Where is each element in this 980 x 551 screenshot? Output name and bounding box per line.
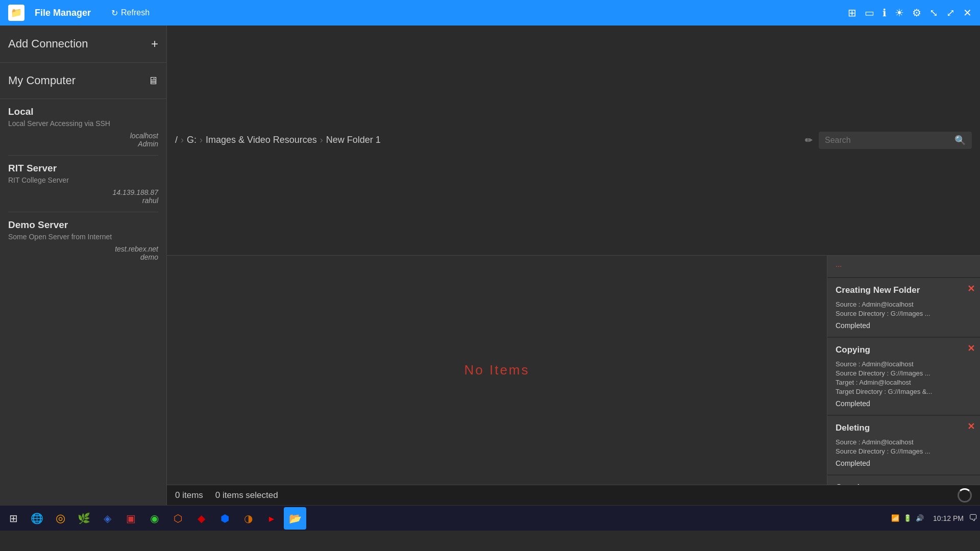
- connection-user: Admin: [8, 140, 158, 148]
- taskbar-system: 📶 🔋 🔊: [887, 514, 928, 522]
- refresh-label: Refresh: [121, 8, 150, 17]
- task-row-1: Source Directory : G://Images ...: [836, 369, 972, 377]
- task-row-0: Source : Admin@localhost: [836, 300, 972, 308]
- breadcrumb-images-label: Images & Video Resources: [206, 135, 317, 145]
- task-row-1: Source Directory : G://Images ...: [836, 447, 972, 455]
- breadcrumb-sep-3: ›: [320, 135, 323, 145]
- selected-count-value: 0: [215, 490, 220, 500]
- loading-spinner: [958, 488, 972, 503]
- task-row-1: Source Directory : G://Images ...: [836, 310, 972, 317]
- taskbar-app-5[interactable]: ▣: [119, 507, 142, 530]
- start-button[interactable]: ⊞: [2, 507, 24, 530]
- close-icon[interactable]: ✕: [963, 7, 972, 19]
- taskbar-app-6[interactable]: ◉: [143, 507, 165, 530]
- refresh-button[interactable]: ↻ Refresh: [111, 8, 150, 18]
- task-row-3: Target Directory : G://Images &...: [836, 388, 972, 395]
- close-task-button[interactable]: ✕: [967, 343, 975, 354]
- window-icon[interactable]: ▭: [865, 7, 874, 19]
- connection-host: 14.139.188.87: [8, 188, 158, 196]
- items-selected: 0 items selected: [215, 490, 278, 500]
- taskbar-app-2[interactable]: ◎: [49, 507, 71, 530]
- connection-local[interactable]: Local Local Server Accessing via SSH loc…: [8, 99, 158, 156]
- connection-demo[interactable]: Demo Server Some Open Server from Intern…: [8, 212, 158, 268]
- info-icon[interactable]: ℹ: [883, 7, 887, 19]
- no-items-label: No Items: [464, 362, 529, 378]
- my-computer-button[interactable]: My Computer 🖥: [8, 70, 158, 91]
- taskbar-clock: 10:12 PM: [929, 514, 968, 522]
- taskbar-app-1[interactable]: 🌐: [26, 507, 48, 530]
- close-task-button[interactable]: ✕: [967, 421, 975, 432]
- my-computer-label: My Computer: [8, 74, 76, 87]
- task-row-2: Target : Admin@localhost: [836, 379, 972, 386]
- taskbar-app-9[interactable]: ⬢: [213, 507, 236, 530]
- collapse-icon[interactable]: ⤡: [929, 7, 938, 19]
- settings-icon[interactable]: ⚙: [912, 7, 921, 19]
- my-computer-section: My Computer 🖥: [0, 63, 166, 99]
- breadcrumb-sep-1: ›: [181, 135, 184, 145]
- items-count: 0 items: [175, 490, 203, 500]
- taskbar-app-10[interactable]: ◑: [237, 507, 259, 530]
- title-actions: ⊞ ▭ ℹ ☀ ⚙ ⤡ ⤢ ✕: [848, 7, 972, 19]
- task-status: Completed: [836, 399, 972, 408]
- close-task-button[interactable]: ✕: [967, 283, 975, 294]
- plus-icon: +: [151, 37, 158, 51]
- breadcrumb-g[interactable]: G:: [187, 135, 197, 145]
- edit-path-icon[interactable]: ✏: [805, 135, 813, 146]
- volume-icon: 🔊: [916, 514, 924, 522]
- connection-desc: Local Server Accessing via SSH: [8, 119, 158, 128]
- taskbar-app-12[interactable]: 📂: [284, 507, 306, 530]
- content-and-panel: No Items ... Creating New Folder Source …: [167, 256, 980, 485]
- search-input[interactable]: [825, 136, 950, 145]
- connection-meta: localhost Admin: [8, 132, 158, 148]
- breadcrumb-g-label: G:: [187, 135, 197, 145]
- main-layout: Add Connection + My Computer 🖥 Local Loc…: [0, 26, 980, 505]
- file-area[interactable]: No Items: [167, 256, 827, 485]
- connection-meta: 14.139.188.87 rahul: [8, 188, 158, 205]
- items-count-value: 0: [175, 490, 180, 500]
- connection-desc: RIT College Server: [8, 176, 158, 184]
- task-partial: ...: [827, 256, 980, 278]
- breadcrumb-newfolder[interactable]: New Folder 1: [326, 135, 381, 145]
- task-row: ...: [836, 260, 972, 268]
- right-panel: ... Creating New Folder Source : Admin@l…: [827, 256, 980, 485]
- connection-host: test.rebex.net: [8, 245, 158, 253]
- task-title: Copying: [836, 483, 972, 485]
- taskbar-app-7[interactable]: ⬡: [166, 507, 189, 530]
- content-wrapper: / › G: › Images & Video Resources › New …: [167, 26, 980, 505]
- wifi-icon: 📶: [891, 514, 899, 522]
- taskbar: ⊞ 🌐 ◎ 🌿 ◈ ▣ ◉ ⬡ ◆ ⬢ ◑ ▸ 📂 📶 🔋 🔊 10:12 PM…: [0, 505, 980, 531]
- breadcrumb-newfolder-label: New Folder 1: [326, 135, 381, 145]
- taskbar-app-3[interactable]: 🌿: [72, 507, 95, 530]
- taskbar-app-11[interactable]: ▸: [260, 507, 283, 530]
- add-connection-button[interactable]: Add Connection +: [8, 33, 158, 55]
- refresh-icon: ↻: [111, 8, 118, 18]
- address-bar: / › G: › Images & Video Resources › New …: [167, 26, 980, 256]
- task-status: Completed: [836, 321, 972, 330]
- connection-meta: test.rebex.net demo: [8, 245, 158, 261]
- titlebar: 📁 File Manager ↻ Refresh ⊞ ▭ ℹ ☀ ⚙ ⤡ ⤢ ✕: [0, 0, 980, 26]
- brightness-icon[interactable]: ☀: [895, 7, 904, 19]
- breadcrumb-sep-2: ›: [200, 135, 203, 145]
- notification-icon[interactable]: 🗨: [969, 513, 978, 523]
- breadcrumb-slash: /: [175, 135, 178, 145]
- breadcrumb-root[interactable]: /: [175, 135, 178, 145]
- search-icon[interactable]: 🔍: [954, 135, 966, 146]
- connection-host: localhost: [8, 132, 158, 140]
- sidebar: Add Connection + My Computer 🖥 Local Loc…: [0, 26, 167, 505]
- taskbar-app-4[interactable]: ◈: [96, 507, 118, 530]
- add-connection-section: Add Connection +: [0, 26, 166, 63]
- task-row-0: Source : Admin@localhost: [836, 360, 972, 368]
- task-create-folder: Creating New Folder Source : Admin@local…: [827, 278, 980, 338]
- connection-user: demo: [8, 253, 158, 261]
- add-connection-label: Add Connection: [8, 37, 88, 51]
- task-copy-1: Copying Source : Admin@localhost Source …: [827, 338, 980, 416]
- task-status: Completed: [836, 459, 972, 467]
- app-title: File Manager: [35, 8, 91, 18]
- taskbar-app-8[interactable]: ◆: [190, 507, 212, 530]
- search-box: 🔍: [819, 132, 972, 149]
- connection-rit[interactable]: RIT Server RIT College Server 14.139.188…: [8, 156, 158, 212]
- grid-icon[interactable]: ⊞: [848, 7, 856, 19]
- breadcrumb-images[interactable]: Images & Video Resources: [206, 135, 317, 145]
- maximize-icon[interactable]: ⤢: [946, 7, 955, 19]
- statusbar: 0 items 0 items selected: [167, 485, 980, 505]
